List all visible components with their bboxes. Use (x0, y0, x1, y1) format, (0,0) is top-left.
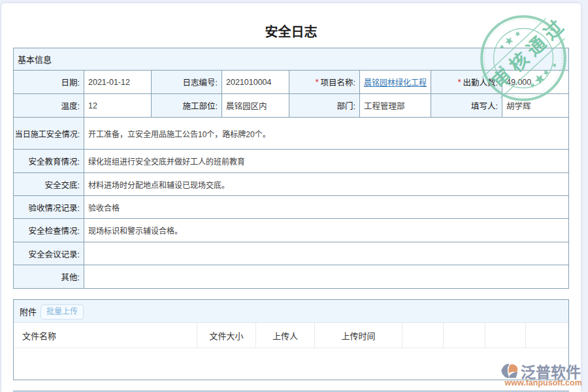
svg-text:审核通过: 审核通过 (488, 14, 568, 92)
